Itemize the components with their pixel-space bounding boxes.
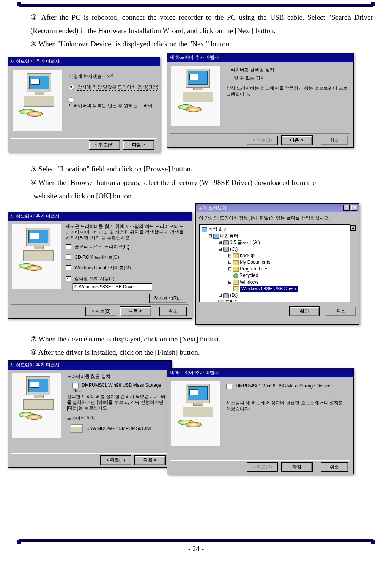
drive-d-icon — [223, 293, 229, 298]
ready-install-label: 선택한 드라이버를 설치할 준비가 되었습니다. 버를 설치하려면 [뒤로]를 … — [67, 394, 168, 411]
floppy-checkbox[interactable] — [66, 244, 71, 249]
para-6b: web site and click on [OK] button. — [30, 189, 373, 202]
recycled-icon — [233, 273, 238, 278]
radio-recommended-label: 장치에 가장 알맞은 드라이버 검색(권장) — [77, 84, 158, 90]
cancel-button[interactable]: 취소 — [159, 307, 187, 316]
next-button[interactable]: 다음 > — [120, 306, 151, 316]
cancel-button[interactable]: 취소 — [321, 462, 348, 472]
para-6: ⑥ When the [Browse] button appears, sele… — [30, 176, 373, 189]
computer-icon — [12, 373, 61, 438]
para-5: ⑤ Select "Location" field and click on [… — [30, 162, 373, 175]
tree-desktop[interactable]: 바탕 화면 — [208, 226, 228, 232]
back-button[interactable]: < 뒤로(B) — [100, 455, 131, 465]
wizard-dialog-ready-install: 새 하드웨어 추가 마법사 드라이버를 찾을 장치: DMPUMS01 Win9… — [8, 360, 172, 468]
finish-button[interactable]: 마침 — [281, 462, 313, 472]
browse-instruction: 이 장치의 드라이버 정보(.INF 파일)이 있는 폴더를 선택하십시오. — [199, 215, 356, 221]
para-7: ⑦ When the device name is displayed, cli… — [30, 332, 373, 346]
device-file-icon — [72, 383, 79, 388]
para-4: ④ When "Unknown Device" is displayed, cl… — [30, 37, 373, 51]
tree-recycled[interactable]: Recycled — [239, 273, 258, 278]
search-intro-label: 새로운 드라이버를 찾기 위해 시스템의 하드 드라이브의 드라이버 데이터베이… — [66, 224, 188, 241]
find-driver-label: 드라이버를 찾을 장치: — [67, 373, 112, 380]
cancel-button[interactable]: 취소 — [326, 307, 356, 316]
tree-d[interactable]: (D:) — [230, 292, 238, 298]
computer-icon — [12, 224, 61, 289]
cancel-button[interactable]: 취소 — [321, 136, 348, 145]
next-button[interactable]: 다음 > — [134, 455, 166, 465]
dialog-title: 새 하드웨어 추가 마법사 — [8, 212, 192, 221]
back-button: < 뒤로(B) — [247, 462, 278, 472]
close-icon[interactable]: ✕ — [351, 205, 357, 211]
back-button[interactable]: < 뒤로(B) — [89, 140, 120, 150]
wizard-question: 어떻게 하시겠습니까? — [69, 73, 113, 80]
computer-tree-icon — [213, 234, 219, 239]
floppy-label: 플로피 디스크 드라이브(F) — [74, 243, 128, 250]
tree-docs[interactable]: My Documents — [240, 259, 270, 265]
help-icon[interactable]: ? — [343, 205, 350, 211]
browse-button[interactable]: 찾아보기(R)... — [149, 294, 186, 303]
windows-update-label: Windows Update 사이트(M) — [74, 265, 131, 271]
tree-c[interactable]: (C:) — [230, 246, 238, 252]
floppy-icon — [223, 240, 229, 245]
device-name-label: DMPUMS01 Win98 USB Mass Storage Device — [236, 383, 330, 389]
dialog-title: 폴더 찾아보기 ? ✕ — [196, 204, 359, 212]
search-device-label: 드라이버를 검색할 장치: — [226, 66, 276, 73]
radio-list-label: 드라이버의 목록을 만든 후 원하는 드라이 — [69, 103, 153, 109]
computer-icon — [171, 66, 220, 126]
page-number: - 24 - — [19, 545, 373, 553]
browse-folder-dialog: 폴더 찾아보기 ? ✕ 이 장치의 드라이버 정보(.INF 파일)이 있는 폴… — [195, 203, 359, 325]
tree-printer[interactable]: 프린터 — [225, 299, 239, 303]
location-label: 검색할 위치 지정(L): — [74, 275, 116, 282]
para-3: ③ After the PC is rebooted, connect the … — [30, 11, 373, 37]
tree-driver-selected[interactable]: Windows 98SE USB Driver — [240, 286, 298, 292]
computer-icon — [13, 70, 62, 131]
tree-floppy[interactable]: 3.5 플로피 (A:) — [230, 240, 260, 245]
folder-open-icon — [233, 286, 239, 291]
next-button[interactable]: 다음 > — [281, 135, 313, 145]
folder-icon — [233, 253, 239, 258]
radio-recommended[interactable] — [69, 85, 74, 90]
dialog-title: 새 하드웨어 추가 마법사 — [167, 368, 353, 377]
next-button[interactable]: 다음 > — [123, 140, 154, 150]
cdrom-checkbox[interactable] — [66, 254, 71, 260]
driver-path-label: C:\WINDOW~1\DMPUMS01.INF — [86, 426, 152, 431]
cdrom-label: CD-ROM 드라이브(C) — [74, 254, 119, 261]
radio-list[interactable] — [69, 97, 74, 103]
unknown-device-label: 알 수 없는 장치 — [234, 75, 265, 81]
folder-icon — [233, 280, 239, 285]
device-file-icon — [226, 384, 232, 389]
tree-scrollbar[interactable]: ▴ ▾ — [350, 224, 356, 302]
wizard-dialog-search-driver: 새 하드웨어 추가 마법사 어떻게 하시겠습니까? 장치에 가장 알맞은 드라이… — [8, 57, 160, 152]
dialog-title: 새 하드웨어 추가 마법사 — [8, 57, 160, 66]
dialog-title: 새 하드웨어 추가 마법사 — [167, 53, 353, 62]
device-name-label: DMPUMS01 Win98 USB Mass Storage Devi — [72, 382, 161, 393]
tree-pf[interactable]: Program Files — [240, 266, 268, 272]
wizard-dialog-unknown-device: 새 하드웨어 추가 마법사 드라이버를 검색할 장치: 알 수 없는 장치 장치… — [167, 53, 354, 148]
ok-button[interactable]: 확인 — [289, 306, 320, 316]
back-button: < 뒤로(B) — [247, 136, 278, 145]
back-button[interactable]: < 뒤로(B) — [85, 307, 116, 316]
tree-backup[interactable]: backup — [240, 253, 255, 258]
tree-mycomputer[interactable]: 내컴퓨터 — [220, 233, 238, 239]
driver-desc-label: 장치 드라이버는 하드웨어를 작동하게 하는 소프트웨어 프로그램입니다. — [226, 85, 349, 97]
folder-icon — [233, 260, 239, 265]
windows-update-checkbox[interactable] — [66, 265, 71, 270]
install-complete-label: 시스템의 새 하드웨어 장치에 필요한 소프트웨어의 설치를 마쳤습니다. — [226, 400, 349, 412]
computer-icon — [171, 381, 220, 446]
drive-c-icon — [223, 247, 229, 252]
driver-location-label: 드라이버 위치: — [67, 415, 97, 422]
folder-icon — [233, 267, 239, 272]
location-checkbox[interactable] — [66, 276, 71, 281]
tree-windows[interactable]: Windows — [240, 280, 258, 285]
inf-file-icon — [71, 424, 83, 433]
location-path-field[interactable]: C:\Windows 98SE USB Driver — [72, 283, 152, 291]
dialog-title: 새 하드웨어 추가 마법사 — [8, 361, 171, 370]
desktop-icon — [202, 227, 207, 232]
wizard-dialog-location: 새 하드웨어 추가 마법사 새로운 드라이버를 찾기 위해 시스템의 하드 드라… — [8, 212, 192, 319]
wizard-dialog-finish: 새 하드웨어 추가 마법사 DMPUMS01 Win98 USB Mass St… — [167, 368, 354, 474]
printer-tree-icon — [218, 300, 224, 303]
para-8: ⑧ After the driver is installed, click o… — [30, 346, 373, 359]
